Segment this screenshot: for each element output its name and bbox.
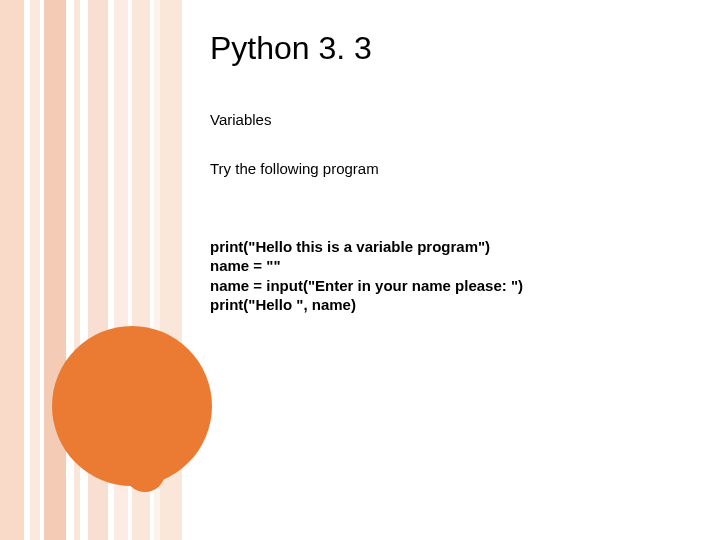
decor-stripe — [44, 0, 66, 540]
page-title: Python 3. 3 — [210, 30, 680, 67]
code-line: name = input("Enter in your name please:… — [210, 277, 523, 294]
code-line: name = "" — [210, 257, 281, 274]
decor-circle-small — [69, 428, 85, 444]
code-line: print("Hello ", name) — [210, 296, 356, 313]
instruction-text: Try the following program — [210, 160, 680, 177]
decor-stripe — [30, 0, 40, 540]
subtitle: Variables — [210, 111, 680, 128]
code-line: print("Hello this is a variable program"… — [210, 238, 490, 255]
code-block: print("Hello this is a variable program"… — [210, 217, 680, 334]
slide: Python 3. 3 Variables Try the following … — [0, 0, 720, 540]
content-area: Python 3. 3 Variables Try the following … — [210, 30, 680, 334]
decor-circle-medium — [125, 452, 165, 492]
decor-stripe — [0, 0, 24, 540]
